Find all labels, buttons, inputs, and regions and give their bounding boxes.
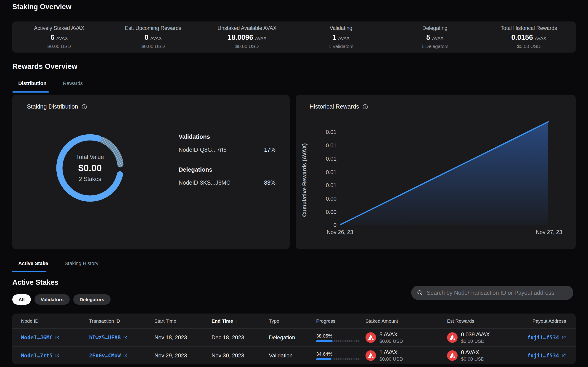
- tab-distribution[interactable]: Distribution: [18, 80, 46, 86]
- est-rewards-usd: $0.00 USD: [461, 338, 490, 344]
- stat-label: Unstaked Available AVAX: [218, 25, 276, 31]
- stat-validating: Validating 1 AVAX 1 Validators: [294, 21, 388, 53]
- stat-sub: 1 Delegators: [421, 44, 449, 49]
- col-progress[interactable]: Progress: [316, 314, 335, 328]
- stat-sub: $0.00 USD: [235, 44, 259, 49]
- staked-usd: $0.00 USD: [379, 356, 403, 362]
- historical-rewards-card: Historical Rewards Cumulative Rewards (A…: [296, 95, 576, 249]
- tab-active-stake[interactable]: Active Stake: [18, 260, 48, 267]
- filter-delegators[interactable]: Delegators: [73, 294, 111, 305]
- filter-validators[interactable]: Validators: [34, 294, 70, 305]
- info-icon[interactable]: [362, 104, 368, 110]
- transaction-id-link[interactable]: 2EnGv…CMoW: [89, 347, 128, 364]
- node-id-link[interactable]: NodeI…7rt5: [21, 347, 60, 364]
- active-tab-indicator: [12, 92, 49, 92]
- stat-unstaked-available: Unstaked Available AVAX 18.0096 AVAX $0.…: [200, 21, 294, 53]
- stat-label: Actively Staked AVAX: [34, 25, 84, 31]
- col-staked-amount[interactable]: Staked Amount: [366, 314, 398, 328]
- col-end-time[interactable]: End Time ↓: [212, 314, 237, 328]
- avalanche-logo-icon: [447, 350, 457, 361]
- staking-overview-card: Actively Staked AVAX 6 AVAX $0.00 USD Es…: [12, 21, 576, 53]
- staked-amount: 1 AVAX: [379, 349, 403, 356]
- y-tick: 0.00: [309, 196, 336, 202]
- avalanche-logo-icon: [366, 350, 376, 361]
- end-time: Dec 18, 2023: [212, 329, 244, 346]
- col-type[interactable]: Type: [269, 314, 279, 328]
- y-tick: 0.00: [309, 209, 336, 215]
- stat-upcoming-rewards: Est. Upcoming Rewards 0 AVAX $0.00 USD: [106, 21, 200, 53]
- stat-label: Delegating: [422, 25, 448, 31]
- stat-label: Validating: [330, 25, 352, 31]
- payout-address-link[interactable]: fuji1…f534: [527, 329, 566, 346]
- col-payout-address[interactable]: Payout Address: [532, 314, 566, 328]
- staked-amount-cell: 1 AVAX $0.00 USD: [366, 347, 403, 364]
- progress-bar: [316, 340, 359, 342]
- active-stakes-table: Node ID Transaction ID Start Time End Ti…: [12, 314, 576, 364]
- search-bar: [411, 286, 573, 300]
- stakes-count: 2 Stakes: [79, 176, 101, 182]
- est-rewards-cell: 0.039 AVAX $0.00 USD: [447, 329, 490, 346]
- total-value: $0.00: [78, 163, 102, 174]
- y-tick: 0.01: [309, 142, 336, 149]
- staking-distribution-card: Staking Distribution: [12, 95, 290, 249]
- delegation-percent: 83%: [264, 179, 276, 186]
- search-icon: [417, 290, 423, 296]
- stat-value: 1 AVAX: [332, 33, 350, 42]
- delegation-node-id: NodeID-3KS...J6MC: [179, 179, 230, 186]
- table-row: NodeI…7rt5 2EnGv…CMoW Nov 29, 2023 Nov 3…: [12, 346, 576, 364]
- end-time: Nov 30, 2023: [212, 347, 244, 364]
- validations-heading: Validations: [179, 133, 210, 140]
- tab-rewards[interactable]: Rewards: [63, 80, 83, 86]
- y-tick: 0.01: [309, 129, 336, 135]
- progress-percent: 34.64%: [316, 351, 359, 357]
- stat-value: 0 AVAX: [144, 33, 162, 42]
- est-rewards: 0.039 AVAX: [461, 331, 490, 338]
- stat-value: 18.0096 AVAX: [228, 33, 267, 42]
- y-tick: 0.01: [309, 169, 336, 175]
- x-tick-end: Nov 27, 23: [526, 229, 572, 235]
- stat-sub: 1 Validators: [328, 44, 353, 49]
- col-start-time[interactable]: Start Time: [155, 314, 176, 328]
- est-rewards: 0 AVAX: [461, 349, 484, 356]
- filter-all[interactable]: All: [12, 294, 31, 305]
- staked-amount-cell: 5 AVAX $0.00 USD: [366, 329, 403, 346]
- search-input[interactable]: [427, 290, 568, 296]
- total-value-label: Total Value: [76, 154, 104, 160]
- avalanche-logo-icon: [366, 332, 376, 343]
- stake-filters: All Validators Delegators: [12, 294, 111, 305]
- tab-staking-history[interactable]: Staking History: [65, 260, 98, 267]
- stat-sub: $0.00 USD: [141, 44, 165, 49]
- col-node-id[interactable]: Node ID: [21, 314, 39, 328]
- stakes-tabs: Active Stake Staking History: [18, 260, 98, 267]
- col-est-rewards[interactable]: Est Rewards: [447, 314, 474, 328]
- node-id-link[interactable]: NodeI…J6MC: [21, 329, 60, 346]
- col-transaction-id[interactable]: Transaction ID: [89, 314, 120, 328]
- progress-percent: 38.05%: [316, 333, 359, 339]
- staking-distribution-donut: Total Value $0.00 2 Stakes: [53, 131, 127, 205]
- stat-value: 0.0156 AVAX: [511, 33, 546, 42]
- sort-desc-icon: ↓: [235, 318, 237, 324]
- staked-amount: 5 AVAX: [379, 331, 403, 338]
- avalanche-logo-icon: [447, 332, 457, 343]
- external-link-icon: [55, 353, 60, 358]
- stat-value: 6 AVAX: [50, 33, 68, 42]
- stake-type: Validation: [269, 347, 293, 364]
- stat-label: Est. Upcoming Rewards: [125, 25, 181, 31]
- table-row: NodeI…J6MC hTwz5…UFAB Nov 18, 2023 Dec 1…: [12, 329, 576, 346]
- stat-delegating: Delegating 5 AVAX 1 Delegators: [388, 21, 482, 53]
- progress-cell: 38.05%: [316, 329, 359, 346]
- historical-rewards-chart: [340, 118, 549, 225]
- transaction-id-link[interactable]: hTwz5…UFAB: [89, 329, 128, 346]
- info-icon[interactable]: [81, 104, 87, 110]
- x-tick-start: Nov 26, 23: [317, 229, 363, 235]
- stat-value: 5 AVAX: [426, 33, 444, 42]
- active-stakes-title: Active Stakes: [12, 278, 58, 287]
- staking-distribution-title: Staking Distribution: [27, 103, 87, 110]
- validation-row: NodeID-Q8G...7rt5 17%: [179, 146, 276, 153]
- stake-type: Delegation: [269, 329, 295, 346]
- validation-node-id: NodeID-Q8G...7rt5: [179, 146, 227, 153]
- divider: [12, 272, 576, 272]
- staking-dashboard: Staking Overview Actively Staked AVAX 6 …: [0, 0, 588, 367]
- staked-usd: $0.00 USD: [379, 338, 403, 344]
- payout-address-link[interactable]: fuji1…f534: [527, 347, 566, 364]
